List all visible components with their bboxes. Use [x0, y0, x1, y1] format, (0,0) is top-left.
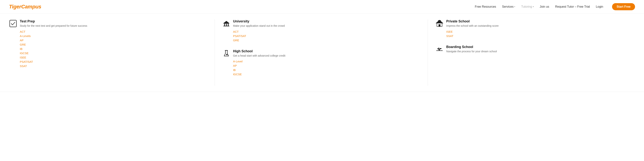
private-school-links: ISEE SSAT [446, 30, 635, 38]
highschool-text: High School Get a head start with advanc… [233, 49, 286, 58]
nav: Free Resources Services ▾ Tutoring ▾ Joi… [475, 3, 635, 10]
link-ap[interactable]: AP [20, 39, 209, 42]
col-test-prep: Test Prep Study for the next test and ge… [9, 20, 215, 86]
private-school-icon [435, 20, 444, 28]
university-section: University Make your application stand o… [222, 20, 422, 42]
svg-rect-1 [224, 23, 229, 24]
svg-rect-3 [226, 24, 227, 26]
svg-rect-11 [438, 24, 440, 26]
test-prep-title: Test Prep [20, 20, 87, 23]
link-uni-psat-sat[interactable]: PSAT/SAT [233, 34, 422, 38]
col-university-highschool: University Make your application stand o… [215, 20, 428, 86]
university-icon [222, 20, 230, 28]
link-uni-act[interactable]: ACT [233, 30, 422, 33]
test-prep-icon [9, 20, 17, 28]
test-prep-description: Study for the next test and get prepared… [20, 24, 87, 28]
col-private-boarding: Private School Impress the school with a… [428, 20, 635, 86]
university-text: University Make your application stand o… [233, 20, 285, 28]
private-school-header: Private School Impress the school with a… [435, 20, 635, 28]
private-school-title: Private School [446, 20, 498, 23]
chevron-down-icon: ▾ [533, 6, 534, 8]
svg-rect-12 [438, 20, 441, 21]
test-prep-links: ACT A-Levels AP GRE IB IGCSE ISEE PSAT/S… [20, 30, 209, 68]
link-ps-isee[interactable]: ISEE [446, 30, 635, 33]
private-school-description: Impress the school with an outstanding s… [446, 24, 498, 28]
private-school-text: Private School Impress the school with a… [446, 20, 498, 28]
start-free-button[interactable]: Start Free [612, 3, 635, 10]
highschool-section: High School Get a head start with advanc… [222, 49, 422, 76]
link-hs-ap[interactable]: AP [233, 64, 422, 67]
test-prep-header: Test Prep Study for the next test and ge… [9, 20, 209, 28]
chevron-down-icon: ▾ [514, 6, 515, 8]
highschool-icon [222, 49, 230, 58]
header: TigerCampus Free Resources Services ▾ Tu… [0, 0, 644, 14]
nav-join-us[interactable]: Join us [540, 5, 549, 8]
link-hs-ib[interactable]: IB [233, 68, 422, 72]
svg-marker-13 [438, 20, 441, 20]
link-ib[interactable]: IB [20, 47, 209, 50]
university-description: Make your application stand out in the c… [233, 24, 285, 28]
university-header: University Make your application stand o… [222, 20, 422, 28]
svg-rect-2 [224, 24, 225, 26]
boarding-school-title: Boarding School [446, 45, 497, 49]
highschool-description: Get a head start with advanced college c… [233, 54, 286, 58]
nav-login[interactable]: Login [596, 5, 603, 8]
link-psat-sat[interactable]: PSAT/SAT [20, 60, 209, 63]
link-a-levels[interactable]: A-Levels [20, 34, 209, 38]
highschool-links: A-Level AP IB IGCSE [233, 60, 422, 76]
nav-services[interactable]: Services ▾ [502, 5, 515, 8]
highschool-header: High School Get a head start with advanc… [222, 49, 422, 58]
link-igcse[interactable]: IGCSE [20, 52, 209, 55]
svg-marker-6 [224, 21, 229, 23]
nav-tutoring[interactable]: Tutoring ▾ [521, 5, 534, 8]
test-prep-section: Test Prep Study for the next test and ge… [9, 20, 209, 68]
link-gre[interactable]: GRE [20, 43, 209, 46]
highschool-title: High School [233, 49, 286, 53]
boarding-school-icon [435, 45, 444, 53]
university-title: University [233, 20, 285, 23]
boarding-school-description: Navigate the process for your dream scho… [446, 50, 497, 54]
svg-rect-4 [228, 24, 228, 26]
private-school-section: Private School Impress the school with a… [435, 20, 635, 38]
svg-rect-0 [10, 20, 16, 27]
nav-free-resources[interactable]: Free Resources [475, 5, 496, 8]
test-prep-text: Test Prep Study for the next test and ge… [20, 20, 87, 28]
link-isee[interactable]: ISEE [20, 56, 209, 59]
boarding-school-header: Boarding School Navigate the process for… [435, 45, 635, 54]
link-ps-ssat[interactable]: SSAT [446, 34, 635, 38]
logo[interactable]: TigerCampus [9, 4, 41, 10]
link-hs-igcse[interactable]: IGCSE [233, 73, 422, 76]
university-links: ACT PSAT/SAT GRE [233, 30, 422, 42]
link-ssat[interactable]: SSAT [20, 64, 209, 68]
link-act[interactable]: ACT [20, 30, 209, 33]
boarding-school-section: Boarding School Navigate the process for… [435, 45, 635, 54]
link-hs-alevel[interactable]: A-Level [233, 60, 422, 63]
link-uni-gre[interactable]: GRE [233, 39, 422, 42]
dropdown-panel: Test Prep Study for the next test and ge… [0, 14, 644, 92]
svg-point-8 [226, 54, 228, 55]
boarding-school-text: Boarding School Navigate the process for… [446, 45, 497, 54]
nav-request-tutor[interactable]: Request Tutor – Free Trial [555, 5, 590, 8]
svg-rect-5 [224, 26, 229, 26]
